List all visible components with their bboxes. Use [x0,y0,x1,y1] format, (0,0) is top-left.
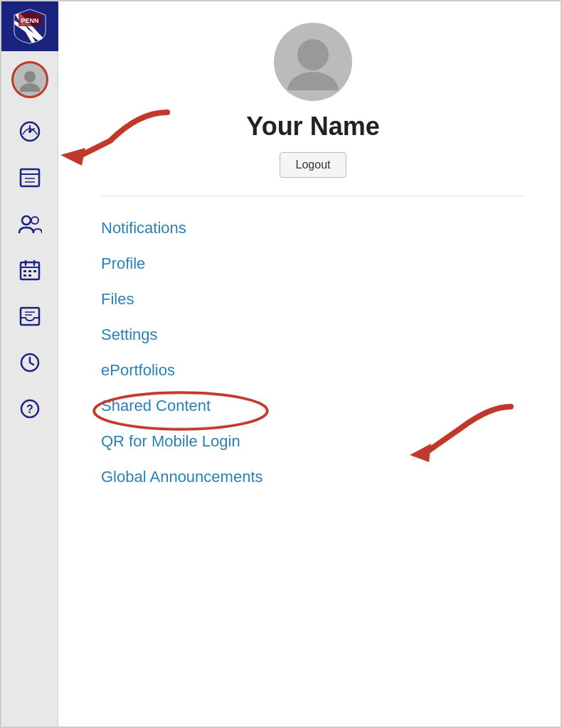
svg-rect-22 [33,270,36,272]
main-content: Your Name Logout Notifications Profile F… [58,1,561,727]
settings-link[interactable]: Settings [101,317,525,353]
profile-name: Your Name [246,112,379,141]
svg-rect-23 [23,274,26,277]
svg-point-6 [24,71,36,82]
profile-avatar [274,23,352,101]
qr-login-link[interactable]: QR for Mobile Login [101,424,525,459]
svg-point-32 [297,39,329,70]
sidebar-item-help[interactable]: ? [1,385,58,432]
svg-rect-10 [21,169,39,186]
svg-rect-25 [21,308,39,325]
svg-text:PENN: PENN [21,17,38,24]
logout-button[interactable]: Logout [280,152,347,178]
svg-point-9 [28,130,31,133]
sidebar-item-courses[interactable] [1,154,58,200]
profile-link[interactable]: Profile [101,246,525,282]
sidebar-avatar-button[interactable] [1,51,58,108]
shared-content-wrapper: Shared Content [101,397,211,415]
svg-point-35 [95,394,266,428]
notifications-link[interactable]: Notifications [101,210,525,246]
university-logo: PENN [1,1,58,51]
svg-rect-20 [23,270,26,272]
svg-text:?: ? [26,403,33,415]
svg-point-7 [20,83,40,92]
profile-section: Your Name Logout [101,23,525,196]
svg-rect-24 [28,274,31,277]
sidebar-item-dashboard[interactable] [1,108,58,154]
sidebar-item-inbox[interactable] [1,293,58,339]
svg-point-33 [287,72,339,90]
svg-point-14 [22,216,31,225]
sidebar: PENN [1,1,58,727]
sidebar-item-people[interactable] [1,200,58,247]
sidebar-item-history[interactable] [1,339,58,385]
eportfolios-link[interactable]: ePortfolios [101,353,525,388]
menu-list: Notifications Profile Files Settings ePo… [101,210,525,495]
sidebar-item-calendar[interactable] [1,247,58,293]
files-link[interactable]: Files [101,282,525,317]
svg-point-15 [31,217,38,224]
svg-rect-21 [28,270,31,272]
sidebar-avatar-circle [11,61,48,98]
global-announcements-link[interactable]: Global Announcements [101,459,525,495]
shared-content-link[interactable]: Shared Content [101,388,525,424]
